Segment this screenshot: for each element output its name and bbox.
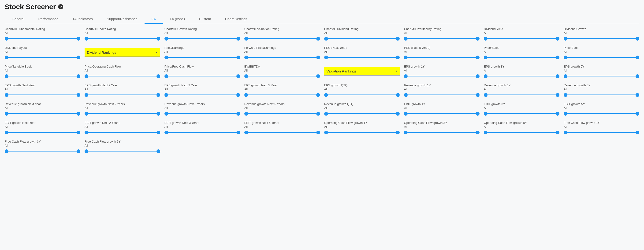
slider-handle-min[interactable] — [324, 93, 328, 97]
slider-handle-max[interactable] — [556, 112, 560, 116]
dropdown-valuation-rankings[interactable]: Valuation Rankings▼ — [324, 67, 400, 76]
range-slider[interactable] — [84, 112, 160, 116]
slider-handle-max[interactable] — [236, 93, 240, 97]
slider-handle-min[interactable] — [5, 37, 8, 41]
slider-handle-max[interactable] — [156, 112, 160, 116]
slider-handle-min[interactable] — [164, 112, 168, 116]
slider-handle-min[interactable] — [324, 131, 328, 134]
range-slider[interactable] — [5, 37, 80, 41]
slider-handle-min[interactable] — [324, 37, 328, 41]
range-slider[interactable] — [564, 37, 639, 41]
slider-handle-min[interactable] — [404, 74, 408, 78]
slider-handle-min[interactable] — [404, 131, 408, 134]
tab-chart-settings[interactable]: Chart Settings — [218, 15, 254, 24]
range-slider[interactable] — [244, 37, 320, 41]
range-slider[interactable] — [164, 74, 240, 78]
slider-handle-min[interactable] — [564, 93, 568, 97]
slider-handle-max[interactable] — [316, 93, 320, 97]
range-slider[interactable] — [324, 55, 400, 60]
range-slider[interactable] — [484, 93, 560, 97]
slider-handle-min[interactable] — [5, 112, 8, 116]
range-slider[interactable] — [484, 74, 560, 78]
range-slider[interactable] — [164, 112, 240, 116]
range-slider[interactable] — [564, 93, 639, 97]
slider-handle-max[interactable] — [476, 112, 480, 116]
slider-handle-max[interactable] — [316, 37, 320, 41]
slider-handle-min[interactable] — [244, 93, 248, 97]
slider-handle-max[interactable] — [236, 74, 240, 78]
slider-handle-max[interactable] — [556, 74, 560, 78]
range-slider[interactable] — [164, 130, 240, 135]
slider-handle-max[interactable] — [556, 93, 560, 97]
slider-handle-max[interactable] — [476, 74, 480, 78]
slider-handle-max[interactable] — [156, 74, 160, 78]
slider-handle-max[interactable] — [76, 37, 80, 41]
range-slider[interactable] — [5, 149, 80, 153]
slider-handle-min[interactable] — [484, 112, 488, 116]
range-slider[interactable] — [324, 130, 400, 135]
slider-handle-max[interactable] — [396, 112, 400, 116]
slider-handle-max[interactable] — [636, 93, 639, 97]
slider-handle-max[interactable] — [76, 74, 80, 78]
slider-handle-min[interactable] — [5, 149, 8, 153]
slider-handle-min[interactable] — [404, 56, 408, 59]
slider-handle-max[interactable] — [556, 37, 560, 41]
range-slider[interactable] — [484, 37, 560, 41]
range-slider[interactable] — [5, 112, 80, 116]
slider-handle-min[interactable] — [244, 56, 248, 59]
slider-handle-max[interactable] — [156, 149, 160, 153]
slider-handle-max[interactable] — [316, 131, 320, 134]
slider-handle-min[interactable] — [5, 131, 8, 134]
range-slider[interactable] — [324, 93, 400, 97]
slider-handle-min[interactable] — [244, 37, 248, 41]
slider-handle-max[interactable] — [556, 131, 560, 134]
tab-fa[interactable]: FA — [144, 15, 163, 24]
range-slider[interactable] — [324, 37, 400, 41]
slider-handle-max[interactable] — [316, 74, 320, 78]
slider-handle-min[interactable] — [5, 93, 8, 97]
tab-performance[interactable]: Performance — [31, 15, 65, 24]
slider-handle-min[interactable] — [484, 37, 488, 41]
slider-handle-max[interactable] — [236, 56, 240, 59]
slider-handle-min[interactable] — [564, 131, 568, 134]
slider-handle-min[interactable] — [244, 131, 248, 134]
slider-handle-min[interactable] — [84, 131, 88, 134]
slider-handle-max[interactable] — [76, 149, 80, 153]
slider-handle-max[interactable] — [76, 56, 80, 59]
range-slider[interactable] — [5, 74, 80, 78]
slider-handle-min[interactable] — [164, 93, 168, 97]
range-slider[interactable] — [564, 74, 639, 78]
slider-handle-max[interactable] — [236, 131, 240, 134]
slider-handle-min[interactable] — [564, 112, 568, 116]
slider-handle-min[interactable] — [164, 74, 168, 78]
slider-handle-min[interactable] — [564, 74, 568, 78]
slider-handle-max[interactable] — [476, 56, 480, 59]
tab-support-resistance[interactable]: Support/Resistance — [100, 15, 144, 24]
slider-handle-min[interactable] — [564, 37, 568, 41]
range-slider[interactable] — [84, 149, 160, 153]
tab-custom[interactable]: Custom — [192, 15, 218, 24]
slider-handle-min[interactable] — [244, 74, 248, 78]
slider-handle-max[interactable] — [636, 112, 639, 116]
range-slider[interactable] — [324, 112, 400, 116]
range-slider[interactable] — [164, 55, 240, 60]
help-icon[interactable]: ? — [58, 4, 63, 9]
slider-handle-min[interactable] — [404, 37, 408, 41]
slider-handle-min[interactable] — [404, 112, 408, 116]
slider-handle-min[interactable] — [484, 56, 488, 59]
range-slider[interactable] — [5, 93, 80, 97]
slider-handle-max[interactable] — [636, 74, 639, 78]
range-slider[interactable] — [5, 130, 80, 135]
slider-handle-min[interactable] — [324, 112, 328, 116]
slider-handle-max[interactable] — [236, 112, 240, 116]
slider-handle-min[interactable] — [5, 56, 8, 59]
slider-handle-max[interactable] — [636, 131, 639, 134]
slider-handle-min[interactable] — [484, 131, 488, 134]
slider-handle-min[interactable] — [244, 112, 248, 116]
dropdown-dividend-rankings[interactable]: Dividend Rankings▼ — [84, 48, 160, 57]
slider-handle-max[interactable] — [636, 56, 639, 59]
tab-general[interactable]: General — [5, 15, 31, 24]
range-slider[interactable] — [404, 112, 480, 116]
slider-handle-max[interactable] — [76, 93, 80, 97]
slider-handle-max[interactable] — [76, 112, 80, 116]
